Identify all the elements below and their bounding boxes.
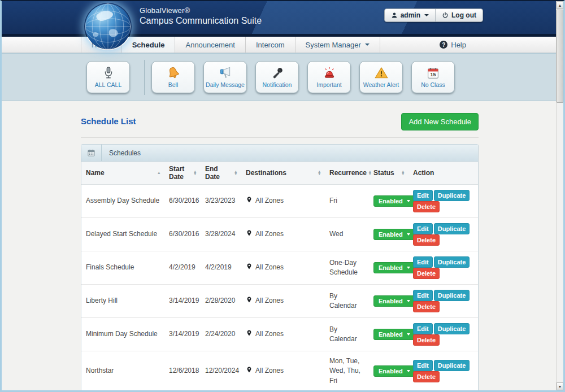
cell-destinations: All Zones (241, 185, 325, 218)
add-new-schedule-button[interactable]: Add New Schedule (401, 113, 479, 130)
toolbar-button-bell[interactable]: Bell (151, 61, 195, 93)
status-label: Enabled (379, 331, 403, 338)
logout-button[interactable]: Log out (435, 9, 483, 21)
cell-status: Enabled (369, 218, 408, 251)
duplicate-button[interactable]: Duplicate (434, 223, 470, 234)
cell-status: Enabled (369, 318, 408, 351)
sort-ascending-icon: ▴ (155, 172, 160, 174)
column-label: Recurrence (329, 169, 367, 177)
toolbar-button-label: Weather Alert (363, 82, 399, 89)
column-header-start-date[interactable]: Start Date▴▾ (164, 162, 201, 185)
delete-button[interactable]: Delete (413, 201, 440, 212)
table-row: Assembly Day Schedule6/30/20163/23/2023A… (81, 185, 478, 218)
cell-start-date: 4/2/2019 (164, 251, 201, 285)
toolbar-button-all-call[interactable]: ALL CALL (86, 61, 130, 93)
column-label: Action (413, 169, 434, 177)
table-row: Liberty Hill3/14/20192/28/2020All ZonesB… (81, 285, 478, 318)
edit-button[interactable]: Edit (413, 290, 433, 301)
destinations-label: All Zones (255, 229, 284, 239)
edit-button[interactable]: Edit (413, 360, 433, 371)
chevron-down-icon (365, 43, 370, 46)
toolbar-button-label: Daily Message (206, 82, 245, 89)
admin-menu-button[interactable]: admin (385, 9, 435, 21)
toolbar-button-no-class[interactable]: 15No Class (411, 61, 455, 93)
help-label: Help (451, 41, 466, 49)
status-label: Enabled (379, 368, 403, 374)
duplicate-button[interactable]: Duplicate (434, 190, 470, 201)
cell-destinations: All Zones (241, 285, 325, 318)
cell-action: EditDuplicateDelete (408, 318, 478, 351)
column-header-end-date[interactable]: End Date▴▾ (201, 162, 241, 185)
map-pin-icon (246, 296, 253, 306)
cell-end-date: 4/2/2019 (201, 251, 241, 285)
cell-action: EditDuplicateDelete (408, 251, 478, 285)
toolbar-button-notification[interactable]: Notification (255, 61, 299, 93)
column-header-name[interactable]: Name▴ (81, 162, 164, 185)
schedules-panel-header: Schedules (81, 145, 478, 162)
cell-end-date: 2/24/2020 (201, 318, 241, 351)
edit-button[interactable]: Edit (413, 323, 433, 334)
nav-item-help[interactable]: ? Help (440, 37, 466, 53)
status-dropdown-button[interactable]: Enabled (373, 195, 415, 207)
scrollbar-down-arrow[interactable]: ▼ (557, 382, 563, 390)
cell-start-date: 3/14/2019 (164, 285, 201, 318)
duplicate-button[interactable]: Duplicate (434, 360, 470, 371)
sort-icon: ▴▾ (232, 171, 237, 175)
status-dropdown-button[interactable]: Enabled (373, 262, 415, 273)
app-window: GlobalViewer® Campus Communication Suite… (0, 0, 565, 392)
cell-name: Minimum Day Schedule (81, 318, 164, 351)
destinations-label: All Zones (255, 329, 284, 339)
status-dropdown-button[interactable]: Enabled (373, 365, 415, 377)
handheld-mic-icon (271, 66, 284, 80)
column-header-destinations[interactable]: Destinations▴▾ (241, 162, 325, 185)
cell-destinations: All Zones (241, 318, 325, 351)
column-header-recurrence[interactable]: Recurrence▴▾ (325, 162, 369, 185)
edit-button[interactable]: Edit (413, 190, 433, 201)
app-header: GlobalViewer® Campus Communication Suite… (2, 1, 563, 34)
status-dropdown-button[interactable]: Enabled (373, 229, 415, 240)
duplicate-button[interactable]: Duplicate (434, 323, 470, 334)
edit-button[interactable]: Edit (413, 256, 433, 268)
cell-start-date: 3/14/2019 (164, 318, 201, 351)
status-dropdown-button[interactable]: Enabled (373, 329, 415, 340)
delete-button[interactable]: Delete (413, 234, 440, 246)
delete-button[interactable]: Delete (413, 268, 440, 279)
cell-action: EditDuplicateDelete (408, 218, 478, 251)
quick-action-toolbar: ALL CALLBellDaily MessageNotificationImp… (2, 53, 563, 101)
nav-item-announcement[interactable]: Announcement (175, 37, 245, 53)
nav-item-system-manager[interactable]: System Manager (295, 37, 380, 53)
toolbar-button-weather-alert[interactable]: Weather Alert (359, 61, 403, 93)
panel-title: Schedules (102, 145, 141, 161)
globe-icon (84, 3, 132, 50)
status-dropdown-button[interactable]: Enabled (373, 295, 415, 307)
delete-button[interactable]: Delete (413, 371, 440, 382)
sort-icon: ▴▾ (316, 171, 320, 175)
toolbar-button-daily-message[interactable]: Daily Message (203, 61, 247, 93)
duplicate-button[interactable]: Duplicate (434, 256, 470, 268)
toolbar-button-label: Bell (168, 82, 179, 89)
delete-button[interactable]: Delete (413, 334, 440, 346)
column-header-status[interactable]: Status▴▾ (369, 162, 408, 185)
svg-text:15: 15 (431, 72, 436, 77)
table-row: Finals Schedule4/2/20194/2/2019All Zones… (81, 251, 478, 285)
sort-icon: ▴▾ (399, 171, 404, 175)
toolbar-button-important[interactable]: Important (307, 61, 351, 93)
chevron-down-icon (407, 370, 410, 372)
cell-destinations: All Zones (241, 218, 325, 251)
cell-end-date: 3/23/2023 (201, 185, 241, 218)
scrollbar-up-arrow[interactable]: ▲ (557, 1, 563, 9)
scrollbar-thumb[interactable] (557, 10, 563, 103)
table-header-row: Name▴Start Date▴▾End Date▴▾Destinations▴… (81, 162, 478, 185)
cell-start-date: 12/6/2018 (164, 351, 201, 391)
chevron-down-icon (424, 14, 429, 16)
bell-icon (166, 66, 181, 80)
cell-end-date: 2/28/2020 (201, 285, 241, 318)
nav-item-intercom[interactable]: Intercom (246, 37, 295, 53)
edit-button[interactable]: Edit (413, 223, 433, 234)
vertical-scrollbar[interactable]: ▲ ▼ (556, 1, 563, 390)
cell-start-date: 6/30/2016 (164, 218, 201, 251)
duplicate-button[interactable]: Duplicate (434, 290, 470, 301)
column-label: Destinations (246, 169, 286, 177)
delete-button[interactable]: Delete (413, 301, 440, 312)
column-label: End Date (205, 165, 232, 181)
